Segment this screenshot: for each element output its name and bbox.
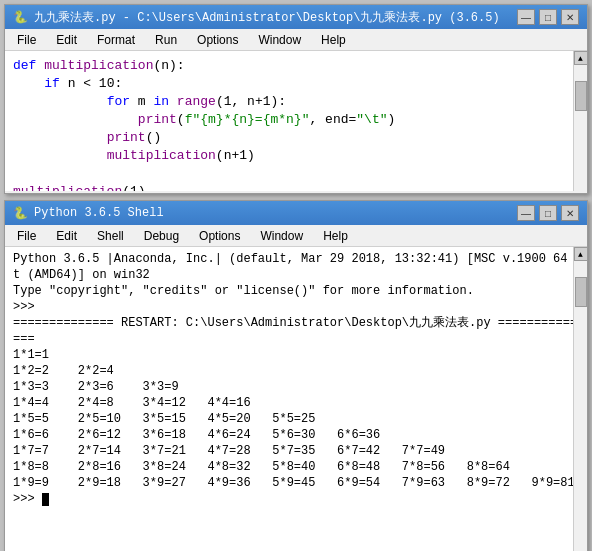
code-line-8: multiplication(1) <box>13 183 565 191</box>
editor-title-text: 九九乘法表.py - C:\Users\Administrator\Deskto… <box>34 9 500 26</box>
shell-menu-file[interactable]: File <box>9 227 44 245</box>
editor-menu-edit[interactable]: Edit <box>48 31 85 49</box>
shell-line-5: ============== RESTART: C:\Users\Adminis… <box>13 315 565 331</box>
editor-scroll-up[interactable]: ▲ <box>574 51 588 65</box>
editor-scroll-thumb[interactable] <box>575 81 587 111</box>
shell-line-13: 1*7=7 2*7=14 3*7=21 4*7=28 5*7=35 6*7=42… <box>13 443 565 459</box>
code-line-3: for m in range(1, n+1): <box>13 93 565 111</box>
shell-menu-help[interactable]: Help <box>315 227 356 245</box>
shell-scroll-up[interactable]: ▲ <box>574 247 588 261</box>
shell-line-6: === <box>13 331 565 347</box>
editor-menu-options[interactable]: Options <box>189 31 246 49</box>
shell-scroll-thumb[interactable] <box>575 277 587 307</box>
shell-line-7: 1*1=1 <box>13 347 565 363</box>
code-line-1: def multiplication(n): <box>13 57 565 75</box>
code-line-2: if n < 10: <box>13 75 565 93</box>
editor-scroll-area: def multiplication(n): if n < 10: for m … <box>5 51 587 191</box>
shell-line-8: 1*2=2 2*2=4 <box>13 363 565 379</box>
shell-line-9: 1*3=3 2*3=6 3*3=9 <box>13 379 565 395</box>
shell-scroll-area: Python 3.6.5 |Anaconda, Inc.| (default, … <box>5 247 587 551</box>
shell-line-10: 1*4=4 2*4=8 3*4=12 4*4=16 <box>13 395 565 411</box>
editor-menu-window[interactable]: Window <box>250 31 309 49</box>
shell-minimize-button[interactable]: — <box>517 205 535 221</box>
shell-line-2: t (AMD64)] on win32 <box>13 267 565 283</box>
editor-menu-help[interactable]: Help <box>313 31 354 49</box>
editor-scrollbar[interactable]: ▲ <box>573 51 587 191</box>
shell-line-3: Type "copyright", "credits" or "license(… <box>13 283 565 299</box>
shell-line-15: 1*9=9 2*9=18 3*9=27 4*9=36 5*9=45 6*9=54… <box>13 475 565 491</box>
shell-menu-edit[interactable]: Edit <box>48 227 85 245</box>
editor-maximize-button[interactable]: □ <box>539 9 557 25</box>
shell-controls: — □ ✕ <box>517 205 579 221</box>
editor-title-left: 🐍 九九乘法表.py - C:\Users\Administrator\Desk… <box>13 9 500 26</box>
editor-code-area[interactable]: def multiplication(n): if n < 10: for m … <box>5 51 573 191</box>
shell-title-text: Python 3.6.5 Shell <box>34 206 164 220</box>
editor-window: 🐍 九九乘法表.py - C:\Users\Administrator\Desk… <box>4 4 588 194</box>
editor-close-button[interactable]: ✕ <box>561 9 579 25</box>
editor-title-bar: 🐍 九九乘法表.py - C:\Users\Administrator\Desk… <box>5 5 587 29</box>
code-line-5: print() <box>13 129 565 147</box>
code-line-7 <box>13 165 565 183</box>
shell-line-4: >>> <box>13 299 565 315</box>
shell-menu-bar: File Edit Shell Debug Options Window Hel… <box>5 225 587 247</box>
editor-minimize-button[interactable]: — <box>517 9 535 25</box>
shell-icon: 🐍 <box>13 206 28 221</box>
shell-line-11: 1*5=5 2*5=10 3*5=15 4*5=20 5*5=25 <box>13 411 565 427</box>
shell-menu-options[interactable]: Options <box>191 227 248 245</box>
shell-scrollbar[interactable]: ▲ <box>573 247 587 551</box>
shell-line-1: Python 3.6.5 |Anaconda, Inc.| (default, … <box>13 251 565 267</box>
shell-menu-debug[interactable]: Debug <box>136 227 187 245</box>
code-line-4: print(f"{m}*{n}={m*n}", end="\t") <box>13 111 565 129</box>
shell-title-bar: 🐍 Python 3.6.5 Shell — □ ✕ <box>5 201 587 225</box>
code-line-6: multiplication(n+1) <box>13 147 565 165</box>
editor-menu-run[interactable]: Run <box>147 31 185 49</box>
shell-title-left: 🐍 Python 3.6.5 Shell <box>13 206 164 221</box>
shell-line-16: >>> <box>13 491 565 507</box>
editor-menu-format[interactable]: Format <box>89 31 143 49</box>
shell-window: 🐍 Python 3.6.5 Shell — □ ✕ File Edit She… <box>4 200 588 551</box>
shell-maximize-button[interactable]: □ <box>539 205 557 221</box>
shell-line-14: 1*8=8 2*8=16 3*8=24 4*8=32 5*8=40 6*8=48… <box>13 459 565 475</box>
editor-controls: — □ ✕ <box>517 9 579 25</box>
shell-output-area[interactable]: Python 3.6.5 |Anaconda, Inc.| (default, … <box>5 247 573 551</box>
shell-cursor <box>42 493 49 506</box>
shell-line-12: 1*6=6 2*6=12 3*6=18 4*6=24 5*6=30 6*6=36 <box>13 427 565 443</box>
shell-menu-shell[interactable]: Shell <box>89 227 132 245</box>
editor-menu-bar: File Edit Format Run Options Window Help <box>5 29 587 51</box>
editor-icon: 🐍 <box>13 10 28 25</box>
editor-menu-file[interactable]: File <box>9 31 44 49</box>
shell-menu-window[interactable]: Window <box>252 227 311 245</box>
shell-close-button[interactable]: ✕ <box>561 205 579 221</box>
